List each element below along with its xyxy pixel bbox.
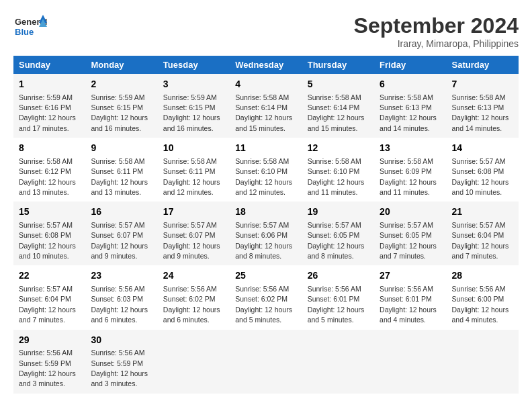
title-area: September 2024 Iraray, Mimaropa, Philipp… [354, 13, 519, 49]
daylight-info: Daylight: 12 hours and 15 minutes. [308, 113, 365, 132]
table-row: 29 Sunrise: 5:56 AM Sunset: 5:59 PM Dayl… [13, 330, 85, 394]
table-row: 7 Sunrise: 5:58 AM Sunset: 6:13 PM Dayli… [447, 74, 519, 138]
daylight-info: Daylight: 12 hours and 7 minutes. [452, 242, 509, 260]
table-row: 15 Sunrise: 5:57 AM Sunset: 6:08 PM Dayl… [13, 201, 85, 265]
day-number: 5 [308, 78, 369, 91]
daylight-info: Daylight: 12 hours and 8 minutes. [308, 242, 365, 260]
sunrise-info: Sunrise: 5:56 AM [91, 349, 144, 357]
day-number: 19 [308, 205, 369, 219]
sunset-info: Sunset: 6:10 PM [235, 167, 287, 175]
sunrise-info: Sunrise: 5:59 AM [163, 93, 217, 101]
day-number: 13 [380, 142, 441, 155]
header-thursday: Thursday [302, 56, 374, 74]
table-row: 22 Sunrise: 5:57 AM Sunset: 6:04 PM Dayl… [13, 265, 85, 329]
sunrise-info: Sunrise: 5:58 AM [380, 157, 433, 165]
sunset-info: Sunset: 6:08 PM [452, 167, 504, 175]
sunrise-info: Sunrise: 5:58 AM [452, 93, 506, 101]
daylight-info: Daylight: 12 hours and 14 minutes. [452, 113, 509, 132]
sunset-info: Sunset: 6:07 PM [163, 231, 216, 239]
day-number: 11 [235, 142, 296, 155]
daylight-info: Daylight: 12 hours and 4 minutes. [380, 306, 437, 324]
sunset-info: Sunset: 6:01 PM [380, 295, 432, 303]
sunset-info: Sunset: 6:08 PM [19, 231, 71, 239]
daylight-info: Daylight: 12 hours and 15 minutes. [235, 113, 292, 132]
table-row [230, 330, 302, 394]
sunrise-info: Sunrise: 5:56 AM [380, 285, 433, 293]
table-row: 8 Sunrise: 5:58 AM Sunset: 6:12 PM Dayli… [13, 138, 85, 201]
header-sunday: Sunday [13, 56, 85, 74]
calendar-table: Sunday Monday Tuesday Wednesday Thursday… [13, 56, 519, 394]
daylight-info: Daylight: 12 hours and 11 minutes. [308, 178, 365, 196]
day-number: 29 [19, 334, 80, 347]
sunrise-info: Sunrise: 5:58 AM [380, 93, 433, 101]
day-number: 23 [91, 269, 152, 283]
daylight-info: Daylight: 12 hours and 10 minutes. [452, 178, 509, 196]
sunset-info: Sunset: 5:59 PM [19, 359, 71, 367]
table-row: 28 Sunrise: 5:56 AM Sunset: 6:00 PM Dayl… [447, 265, 519, 329]
table-row: 21 Sunrise: 5:57 AM Sunset: 6:04 PM Dayl… [447, 201, 519, 265]
sunrise-info: Sunrise: 5:58 AM [308, 93, 361, 101]
day-number: 2 [91, 78, 152, 91]
calendar-week-row: 1 Sunrise: 5:59 AM Sunset: 6:16 PM Dayli… [13, 74, 519, 138]
sunset-info: Sunset: 6:05 PM [380, 231, 432, 239]
sunrise-info: Sunrise: 5:58 AM [163, 157, 217, 165]
daylight-info: Daylight: 12 hours and 3 minutes. [91, 369, 148, 387]
daylight-info: Daylight: 12 hours and 6 minutes. [91, 306, 148, 324]
daylight-info: Daylight: 12 hours and 7 minutes. [380, 242, 437, 260]
sunset-info: Sunset: 6:07 PM [91, 231, 143, 239]
day-number: 8 [19, 142, 80, 155]
sunrise-info: Sunrise: 5:59 AM [19, 93, 73, 101]
sunrise-info: Sunrise: 5:56 AM [452, 285, 506, 293]
day-number: 10 [163, 142, 224, 155]
table-row: 1 Sunrise: 5:59 AM Sunset: 6:16 PM Dayli… [13, 74, 85, 138]
table-row: 17 Sunrise: 5:57 AM Sunset: 6:07 PM Dayl… [158, 201, 230, 265]
calendar-week-row: 15 Sunrise: 5:57 AM Sunset: 6:08 PM Dayl… [13, 201, 519, 265]
day-number: 3 [163, 78, 224, 91]
daylight-info: Daylight: 12 hours and 13 minutes. [19, 178, 76, 196]
day-number: 18 [235, 205, 296, 219]
page-header: General Blue September 2024 Iraray, Mima… [13, 13, 519, 49]
day-number: 14 [452, 142, 513, 155]
daylight-info: Daylight: 12 hours and 9 minutes. [163, 242, 220, 260]
header-friday: Friday [374, 56, 446, 74]
daylight-info: Daylight: 12 hours and 12 minutes. [163, 178, 220, 196]
daylight-info: Daylight: 12 hours and 11 minutes. [380, 178, 437, 196]
sunset-info: Sunset: 6:02 PM [235, 295, 287, 303]
page-subtitle: Iraray, Mimaropa, Philippines [354, 38, 519, 49]
table-row: 13 Sunrise: 5:58 AM Sunset: 6:09 PM Dayl… [374, 138, 446, 201]
table-row: 5 Sunrise: 5:58 AM Sunset: 6:14 PM Dayli… [302, 74, 374, 138]
day-number: 28 [452, 269, 513, 283]
day-number: 30 [91, 334, 152, 347]
daylight-info: Daylight: 12 hours and 5 minutes. [235, 306, 292, 324]
table-row: 16 Sunrise: 5:57 AM Sunset: 6:07 PM Dayl… [85, 201, 157, 265]
table-row [302, 330, 374, 394]
sunrise-info: Sunrise: 5:57 AM [163, 221, 217, 229]
header-saturday: Saturday [447, 56, 519, 74]
sunrise-info: Sunrise: 5:57 AM [308, 221, 361, 229]
sunrise-info: Sunrise: 5:57 AM [452, 157, 506, 165]
sunrise-info: Sunrise: 5:57 AM [452, 221, 506, 229]
table-row: 10 Sunrise: 5:58 AM Sunset: 6:11 PM Dayl… [158, 138, 230, 201]
sunset-info: Sunset: 6:03 PM [91, 295, 143, 303]
day-number: 16 [91, 205, 152, 219]
table-row: 19 Sunrise: 5:57 AM Sunset: 6:05 PM Dayl… [302, 201, 374, 265]
sunset-info: Sunset: 6:05 PM [308, 231, 360, 239]
day-number: 1 [19, 78, 80, 91]
day-number: 20 [380, 205, 441, 219]
sunset-info: Sunset: 6:14 PM [308, 103, 360, 111]
day-number: 22 [19, 269, 80, 283]
logo: General Blue [13, 13, 47, 40]
table-row: 11 Sunrise: 5:58 AM Sunset: 6:10 PM Dayl… [230, 138, 302, 201]
sunset-info: Sunset: 6:16 PM [19, 103, 71, 111]
daylight-info: Daylight: 12 hours and 16 minutes. [91, 113, 148, 132]
table-row: 20 Sunrise: 5:57 AM Sunset: 6:05 PM Dayl… [374, 201, 446, 265]
table-row: 14 Sunrise: 5:57 AM Sunset: 6:08 PM Dayl… [447, 138, 519, 201]
calendar-week-row: 8 Sunrise: 5:58 AM Sunset: 6:12 PM Dayli… [13, 138, 519, 201]
table-row: 4 Sunrise: 5:58 AM Sunset: 6:14 PM Dayli… [230, 74, 302, 138]
daylight-info: Daylight: 12 hours and 17 minutes. [19, 113, 76, 132]
sunrise-info: Sunrise: 5:58 AM [235, 93, 289, 101]
sunset-info: Sunset: 6:01 PM [308, 295, 360, 303]
sunrise-info: Sunrise: 5:56 AM [91, 285, 144, 293]
sunrise-info: Sunrise: 5:56 AM [235, 285, 289, 293]
table-row: 23 Sunrise: 5:56 AM Sunset: 6:03 PM Dayl… [85, 265, 157, 329]
